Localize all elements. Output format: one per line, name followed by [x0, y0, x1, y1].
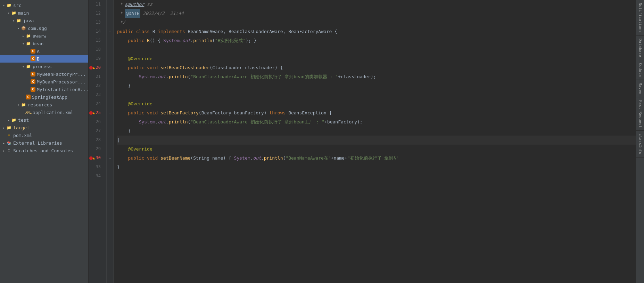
tree-item-scratches[interactable]: 🗒 Scratches and Consoles	[0, 147, 88, 154]
code-empty-34	[117, 172, 120, 181]
target-folder-icon: 📁	[6, 125, 12, 130]
code-line-33: }	[117, 163, 636, 172]
code-out-26: out	[158, 118, 166, 127]
tree-item-target[interactable]: 📁 target	[0, 124, 88, 131]
right-tool-fastrequest[interactable]: Fast Request	[636, 97, 644, 131]
code-line-26: System.out.println("BeanClassLoaderAware…	[117, 118, 636, 127]
code-fn-20: setBeanClassLoader	[160, 63, 209, 72]
fold-30[interactable]: −	[109, 156, 111, 160]
tree-item-test[interactable]: 📁 test	[0, 116, 88, 124]
tree-arrow-scratches[interactable]	[1, 149, 6, 153]
code-type-20: ClassLoader	[212, 63, 242, 72]
fold-14[interactable]: −	[109, 30, 111, 34]
right-tool-database[interactable]: Database	[636, 36, 644, 60]
tree-arrow-java[interactable]	[11, 19, 16, 23]
tree-arrow-resources[interactable]	[16, 103, 21, 107]
code-concat-21: +classLoader);	[338, 72, 376, 81]
linenum-29: 29	[89, 145, 104, 154]
tree-item-applicationxml[interactable]: XML application.xml	[0, 108, 88, 116]
tree-arrow-test[interactable]	[6, 118, 11, 122]
tree-item-myia[interactable]: C MyInstantiationA...	[0, 86, 88, 93]
code-dot1-15: .	[180, 36, 182, 45]
tree-item-mybp[interactable]: C MyBeanProcessor...	[0, 78, 88, 86]
tree-item-A[interactable]: C A	[0, 47, 88, 55]
linenum-24: 24	[89, 99, 104, 108]
tree-item-resources[interactable]: 📁 resources	[0, 101, 88, 108]
code-paren-30: (	[190, 154, 193, 163]
gutter-30[interactable]: −	[107, 154, 113, 163]
gutter-25[interactable]: −	[107, 108, 113, 118]
tree-arrow-src[interactable]	[1, 3, 6, 7]
code-kw-pub-25: public	[128, 108, 147, 118]
right-tool-maven[interactable]: Maven	[636, 80, 644, 97]
tree-item-src[interactable]: 📁 src	[0, 1, 88, 9]
linenum-30: ▲ 30	[89, 154, 104, 163]
code-text-12a: *	[117, 9, 125, 18]
code-ann-24: @Override	[128, 99, 152, 108]
tree-item-pomxml[interactable]: m pom.xml	[0, 131, 88, 139]
code-iface1-14: BeanNameAware	[188, 27, 223, 36]
tree-arrow-main[interactable]	[6, 11, 11, 15]
right-tool-panel: Notifications Database Codota Maven Fast…	[636, 0, 644, 283]
code-dot2-26: .	[166, 118, 169, 127]
tree-item-awarw[interactable]: 📁 awarw	[0, 32, 88, 40]
tree-label-bean: bean	[33, 41, 88, 46]
code-indent-27	[117, 127, 128, 136]
tree-item-B[interactable]: C B	[0, 55, 88, 63]
tree-item-comsgg[interactable]: 📦 com.sgg	[0, 24, 88, 32]
code-paren-20: (	[209, 63, 212, 72]
tree-item-bean[interactable]: 📁 bean	[0, 40, 88, 47]
resources-folder-icon: 📁	[21, 102, 26, 107]
tree-arrow-extlibs[interactable]	[1, 141, 6, 145]
tree-arrow-target[interactable]	[1, 126, 6, 130]
code-editor[interactable]: 11 12 13 14 15 18 19 ▲ 20 21 22 23 24 ▲ …	[89, 0, 636, 283]
fold-25[interactable]: −	[109, 111, 111, 115]
exec-arrow-25: ▲	[93, 110, 95, 116]
gutter-29	[107, 145, 113, 154]
tree-arrow-comsgg[interactable]	[16, 26, 21, 30]
code-lparen-26: (	[188, 118, 191, 127]
gutter-14[interactable]: −	[107, 27, 113, 36]
tree-item-extlibs[interactable]: 📚 External Libraries	[0, 139, 88, 147]
tree-item-java[interactable]: 📁 java	[0, 17, 88, 24]
fold-20[interactable]: −	[109, 66, 111, 70]
code-str-15: "B实例化完成"	[215, 36, 246, 45]
code-cursor-28: |	[117, 136, 120, 145]
linenum-12: 12	[89, 9, 104, 18]
tree-label-awarw: awarw	[33, 33, 88, 39]
code-line-19: @Override	[117, 54, 636, 63]
code-content[interactable]: * @author sz * @DATE 2022/4/2 21:44 */ p…	[114, 0, 636, 283]
linenum-22: 22	[89, 81, 104, 90]
tree-item-process[interactable]: 📁 process	[0, 63, 88, 70]
code-brace-14: {	[332, 27, 337, 36]
tree-item-springtestapp[interactable]: C SpringTestApp	[0, 93, 88, 101]
right-tool-classinfo[interactable]: classInfo	[636, 131, 644, 157]
tree-label-main: main	[18, 10, 88, 16]
tree-arrow-process[interactable]	[21, 65, 26, 68]
code-concat-26: +beanFactory);	[324, 118, 363, 127]
code-indent-15	[117, 36, 128, 45]
code-indent-26	[117, 118, 139, 127]
linenum-11: 11	[89, 0, 104, 9]
code-kw-public-14: public	[117, 27, 136, 36]
code-text-13: */	[117, 18, 125, 27]
code-type-30: String	[193, 154, 209, 163]
code-str1-30: "BeanNameAware在"	[286, 154, 331, 163]
exec-arrow-20: ▲	[93, 65, 95, 71]
tree-arrow-bean[interactable]	[21, 42, 26, 46]
right-tool-codota[interactable]: Codota	[636, 60, 644, 80]
code-kw-void-30: void	[147, 154, 160, 163]
linenum-19: 19	[89, 54, 104, 63]
tree-item-main[interactable]: 📁 main	[0, 9, 88, 17]
extlibs-icon: 📚	[6, 140, 12, 146]
process-folder-icon: 📁	[26, 64, 31, 69]
file-tree[interactable]: 📁 src 📁 main 📁 java 📦 com.sgg 📁 awarw 📁 …	[0, 0, 89, 283]
code-paren-15: () {	[150, 36, 163, 45]
gutter-20[interactable]: −	[107, 63, 113, 72]
right-tool-notifications[interactable]: Notifications	[636, 0, 644, 36]
tree-item-mybfp[interactable]: C MyBeanFactoryPr...	[0, 70, 88, 78]
tree-arrow-awarw[interactable]	[21, 34, 26, 38]
gutter-27	[107, 127, 113, 136]
code-indent-22	[117, 81, 128, 90]
code-dot2-21: .	[166, 72, 169, 81]
